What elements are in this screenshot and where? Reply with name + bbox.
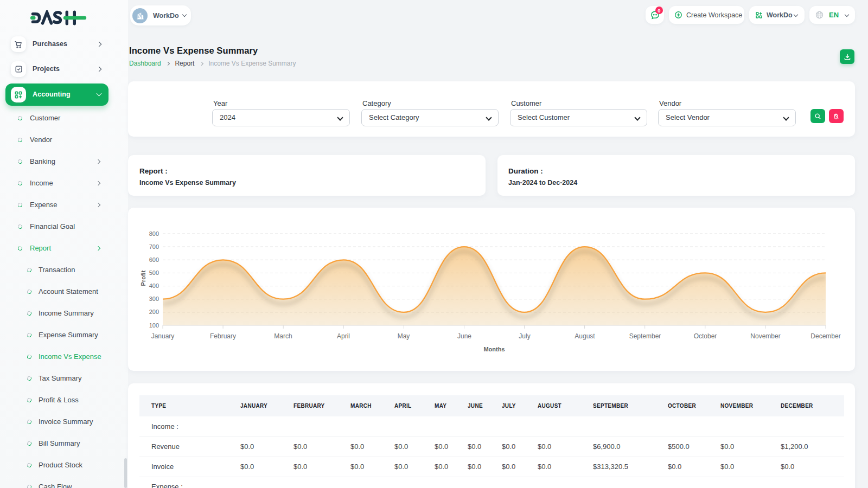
svg-text:200: 200 bbox=[149, 309, 159, 315]
svg-text:March: March bbox=[274, 332, 292, 340]
svg-text:October: October bbox=[694, 332, 717, 340]
svg-text:500: 500 bbox=[149, 269, 159, 276]
svg-text:600: 600 bbox=[149, 256, 159, 263]
svg-text:800: 800 bbox=[149, 230, 159, 237]
svg-text:July: July bbox=[519, 332, 530, 340]
svg-text:May: May bbox=[398, 332, 410, 340]
svg-text:100: 100 bbox=[149, 322, 159, 329]
svg-text:300: 300 bbox=[149, 296, 159, 302]
svg-text:September: September bbox=[629, 332, 661, 340]
svg-text:December: December bbox=[810, 332, 840, 340]
svg-text:Months: Months bbox=[483, 346, 505, 352]
svg-text:November: November bbox=[750, 332, 780, 340]
svg-text:June: June bbox=[457, 332, 471, 340]
svg-text:February: February bbox=[210, 332, 236, 340]
svg-text:400: 400 bbox=[149, 282, 159, 289]
svg-text:April: April bbox=[337, 332, 350, 340]
svg-text:700: 700 bbox=[149, 243, 159, 250]
svg-text:August: August bbox=[575, 332, 595, 340]
svg-text:Profit: Profit bbox=[140, 270, 146, 286]
svg-text:January: January bbox=[151, 332, 175, 340]
